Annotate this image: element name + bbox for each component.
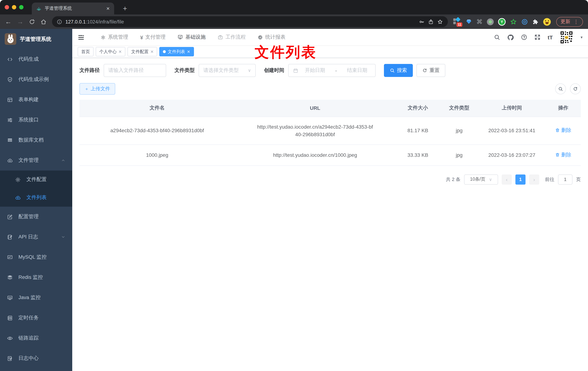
share-icon[interactable] bbox=[428, 19, 434, 25]
github-icon[interactable] bbox=[507, 34, 514, 41]
topnav-workflow[interactable]: 工作流程 bbox=[218, 34, 246, 41]
home-button[interactable] bbox=[41, 19, 47, 25]
eye-extension-icon[interactable] bbox=[521, 18, 528, 25]
extension-badge-icon[interactable]: 11 bbox=[453, 18, 461, 26]
back-button[interactable]: ← bbox=[5, 18, 11, 25]
delete-button[interactable]: 删除 bbox=[555, 151, 571, 159]
sidebar-item-tracing[interactable]: 链路追踪 bbox=[0, 328, 72, 348]
sidebar-item-config-management[interactable]: 配置管理 bbox=[0, 207, 72, 227]
topnav-infrastructure[interactable]: 基础设施 bbox=[178, 34, 206, 41]
page-size-select[interactable]: 10条/页 ∨ bbox=[464, 174, 498, 184]
tag-close-icon[interactable]: ✕ bbox=[187, 49, 190, 54]
file-path-placeholder: 请输入文件路径 bbox=[108, 67, 144, 74]
page-number-1[interactable]: 1 bbox=[515, 174, 525, 184]
help-icon[interactable] bbox=[521, 34, 527, 41]
sidebar-item-label: 链路追踪 bbox=[18, 335, 39, 341]
profile-emoji-icon[interactable] bbox=[543, 18, 551, 25]
extensions-puzzle-icon[interactable] bbox=[532, 18, 539, 25]
forward-button[interactable]: → bbox=[17, 18, 23, 25]
file-table: 文件名 URL 文件大小 文件类型 上传时间 操作 a294ecb2-73dd-… bbox=[79, 100, 581, 166]
col-upload-time: 上传时间 bbox=[478, 100, 546, 117]
green-star-extension-icon[interactable] bbox=[510, 18, 517, 25]
address-bar[interactable]: 127.0.0.1:1024/infra/file/file bbox=[52, 16, 448, 27]
goto-suffix: 页 bbox=[576, 176, 581, 183]
sidebar-item-api-log[interactable]: API 日志 bbox=[0, 227, 72, 247]
date-range-picker[interactable]: 开始日期 - 结束日期 bbox=[288, 64, 376, 77]
tags-view: 首页 个人中心 ✕ 文件配置 ✕ 文件列表 ✕ bbox=[72, 46, 588, 58]
browser-window: 芋道管理系统 ✕ ＋ ← → 127.0.0.1:1024/infra/file bbox=[0, 0, 588, 371]
bookmark-star-icon[interactable] bbox=[437, 19, 443, 25]
create-time-label: 创建时间 bbox=[264, 67, 284, 74]
tab-close-icon[interactable]: ✕ bbox=[106, 6, 110, 11]
sidebar-item-mysql-monitor[interactable]: MySQL 监控 bbox=[0, 247, 72, 267]
sidebar-item-label: 文件配置 bbox=[26, 176, 47, 183]
tag-close-icon[interactable]: ✕ bbox=[150, 49, 154, 54]
filter-form: 文件路径 请输入文件路径 文件类型 请选择文件类型 ∨ 创建时间 bbox=[79, 64, 581, 77]
sidebar-item-cron-job[interactable]: 定时任务 bbox=[0, 308, 72, 328]
reset-button[interactable]: 重置 bbox=[416, 64, 445, 77]
sidebar-item-redis-monitor[interactable]: Redis 监控 bbox=[0, 267, 72, 287]
topnav-system[interactable]: 系统管理 bbox=[100, 34, 128, 41]
browser-menu-icon[interactable]: ⋮ bbox=[574, 19, 579, 25]
monitor-check-icon bbox=[178, 34, 183, 40]
sidebar-item-java-monitor[interactable]: Java 监控 bbox=[0, 287, 72, 308]
log-edit-icon bbox=[7, 355, 13, 361]
shield-check-icon bbox=[7, 76, 13, 83]
file-type-select[interactable]: 请选择文件类型 ∨ bbox=[199, 64, 256, 77]
header-search-icon[interactable] bbox=[494, 34, 500, 41]
sidebar-item-log-center[interactable]: 日志中心 bbox=[0, 348, 72, 369]
user-avatar-qr[interactable] bbox=[560, 30, 574, 44]
reload-button[interactable] bbox=[29, 19, 35, 25]
sidebar-item-label: 文件列表 bbox=[26, 194, 47, 201]
sidebar-item-code-demo[interactable]: 代码生成示例 bbox=[0, 69, 72, 90]
refresh-table-button[interactable] bbox=[570, 84, 581, 94]
topnav-report[interactable]: 统计报表 bbox=[258, 34, 285, 41]
goto-page-input[interactable] bbox=[558, 174, 572, 184]
sidebar-collapse-icon[interactable] bbox=[78, 34, 84, 41]
browser-tab[interactable]: 芋道管理系统 ✕ bbox=[32, 2, 114, 14]
gray-dot-extension-icon[interactable] bbox=[487, 18, 494, 25]
font-size-icon[interactable]: tT bbox=[548, 34, 553, 40]
show-search-toggle-button[interactable] bbox=[555, 84, 566, 94]
command-extension-icon[interactable]: ⌘ bbox=[476, 19, 483, 25]
sidebar-item-file-list[interactable]: 文件列表 bbox=[0, 189, 72, 207]
sidebar-item-file-management[interactable]: 文件管理 bbox=[0, 150, 72, 170]
delete-button[interactable]: 删除 bbox=[555, 127, 571, 134]
y-extension-icon[interactable]: Y bbox=[498, 18, 506, 25]
password-key-icon[interactable] bbox=[419, 19, 425, 25]
close-window-button[interactable] bbox=[5, 5, 9, 9]
file-path-label: 文件路径 bbox=[79, 67, 100, 74]
browser-toolbar: ← → 127.0.0.1:1024/infra/file/file bbox=[0, 14, 588, 29]
site-info-icon[interactable] bbox=[57, 19, 62, 24]
prev-page-button[interactable]: ‹ bbox=[502, 174, 512, 184]
tag-close-icon[interactable]: ✕ bbox=[118, 49, 122, 54]
table-row: a294ecb2-73dd-4353-bf40-296b8931d0bf htt… bbox=[79, 117, 581, 145]
sidebar-item-system-api[interactable]: 系统接口 bbox=[0, 110, 72, 130]
minimize-window-button[interactable] bbox=[12, 5, 16, 9]
upload-file-button[interactable]: ＋ 上传文件 bbox=[79, 83, 115, 95]
new-tab-button[interactable]: ＋ bbox=[120, 3, 130, 13]
tag-home[interactable]: 首页 bbox=[78, 47, 94, 56]
sidebar-item-file-config[interactable]: 文件配置 bbox=[0, 170, 72, 189]
next-page-button[interactable]: › bbox=[529, 174, 539, 184]
fullscreen-icon[interactable] bbox=[534, 34, 541, 41]
sidebar-item-db-doc[interactable]: 数据库文档 bbox=[0, 130, 72, 150]
gem-extension-icon[interactable] bbox=[466, 18, 472, 25]
tag-label: 文件列表 bbox=[168, 49, 185, 55]
page-content: 文件路径 请输入文件路径 文件类型 请选择文件类型 ∨ 创建时间 bbox=[72, 58, 588, 371]
search-button[interactable]: 搜索 bbox=[384, 64, 413, 77]
avatar-caret-icon[interactable]: ▾ bbox=[581, 35, 583, 40]
tag-profile[interactable]: 个人中心 ✕ bbox=[96, 47, 125, 56]
sidebar-menu: 代码生成 代码生成示例 表单构建 系统接口 数据库文档 bbox=[0, 49, 72, 369]
table-header-row: 文件名 URL 文件大小 文件类型 上传时间 操作 bbox=[79, 100, 581, 117]
tab-title: 芋道管理系统 bbox=[45, 5, 72, 11]
chrome-update-button[interactable]: 更新 ⋮ bbox=[556, 17, 583, 27]
file-path-input[interactable]: 请输入文件路径 bbox=[104, 64, 166, 77]
sidebar-item-form-builder[interactable]: 表单构建 bbox=[0, 90, 72, 110]
zoom-window-button[interactable] bbox=[19, 5, 23, 9]
topnav-payment[interactable]: ¥ 支付管理 bbox=[140, 34, 166, 41]
sidebar-item-label: Java 监控 bbox=[18, 294, 41, 301]
tag-file-list[interactable]: 文件列表 ✕ bbox=[159, 47, 194, 56]
sidebar-item-code-gen[interactable]: 代码生成 bbox=[0, 49, 72, 69]
tag-file-config[interactable]: 文件配置 ✕ bbox=[127, 47, 157, 56]
